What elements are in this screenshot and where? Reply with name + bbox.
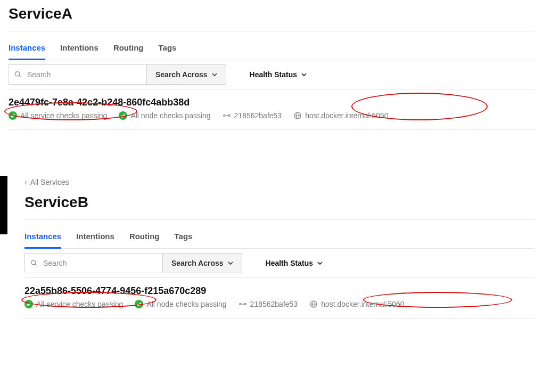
address-text: host.docker.internal:5050 bbox=[305, 111, 388, 120]
tab-routing[interactable]: Routing bbox=[113, 38, 144, 60]
search-icon bbox=[30, 259, 38, 267]
toolbar: Search Across Health Status bbox=[9, 60, 534, 89]
node-icon bbox=[223, 111, 231, 120]
chevron-left-icon: ‹ bbox=[24, 178, 27, 186]
check-icon bbox=[135, 300, 143, 308]
toolbar: Search Across Health Status bbox=[24, 249, 534, 278]
node-icon bbox=[238, 300, 247, 308]
node-checks-text: All node checks passing bbox=[146, 300, 226, 308]
health-status-label: Health Status bbox=[250, 70, 297, 79]
service-checks-status: All service checks passing bbox=[24, 300, 123, 308]
instance-row[interactable]: 2e4479fc-7e8a-42c2-b248-860fc4abb38d All… bbox=[9, 89, 534, 130]
svg-point-2 bbox=[223, 115, 225, 117]
globe-icon bbox=[309, 300, 318, 308]
node-checks-status: All node checks passing bbox=[119, 111, 210, 120]
health-status-dropdown[interactable]: Health Status bbox=[257, 253, 331, 273]
svg-point-11 bbox=[244, 304, 246, 305]
node-checks-status: All node checks passing bbox=[135, 300, 226, 308]
node-name-text: 218562bafe53 bbox=[234, 111, 282, 120]
svg-point-3 bbox=[228, 115, 230, 117]
service-checks-text: All service checks passing bbox=[36, 300, 123, 308]
divider bbox=[9, 31, 534, 31]
instance-meta: All service checks passing All node chec… bbox=[24, 300, 534, 308]
tab-tags[interactable]: Tags bbox=[159, 38, 177, 60]
tabs: Instances Intentions Routing Tags bbox=[9, 38, 534, 60]
back-link-text: All Services bbox=[30, 178, 69, 186]
search-input[interactable] bbox=[26, 70, 141, 79]
instance-id: 22a55b86-5506-4774-9456-f215a670c289 bbox=[24, 285, 534, 297]
health-status-label: Health Status bbox=[266, 259, 313, 267]
tab-instances[interactable]: Instances bbox=[24, 226, 61, 248]
chevron-down-icon bbox=[317, 260, 323, 266]
search-icon bbox=[14, 71, 22, 78]
globe-icon bbox=[293, 111, 302, 120]
service-b-wrap: ‹ All Services ServiceB Instances Intent… bbox=[0, 176, 543, 318]
tab-tags[interactable]: Tags bbox=[175, 226, 193, 248]
node-checks-text: All node checks passing bbox=[130, 111, 210, 120]
service-a-panel: ServiceA Instances Intentions Routing Ta… bbox=[0, 5, 543, 130]
svg-line-9 bbox=[35, 264, 37, 266]
check-icon bbox=[9, 111, 17, 120]
divider bbox=[24, 219, 534, 220]
tab-routing[interactable]: Routing bbox=[129, 226, 160, 248]
tab-instances[interactable]: Instances bbox=[9, 38, 45, 60]
svg-point-0 bbox=[15, 72, 20, 76]
node-name: 218562bafe53 bbox=[238, 300, 298, 308]
search-across-dropdown[interactable]: Search Across bbox=[147, 64, 226, 85]
address-text: host.docker.internal:5060 bbox=[321, 300, 404, 308]
node-name: 218562bafe53 bbox=[223, 111, 282, 120]
chevron-down-icon bbox=[212, 72, 217, 77]
search-across-label: Search Across bbox=[155, 70, 208, 79]
instance-address: host.docker.internal:5060 bbox=[309, 300, 404, 308]
service-checks-status: All service checks passing bbox=[9, 111, 107, 120]
search-box[interactable] bbox=[24, 253, 163, 273]
service-b-panel: ‹ All Services ServiceB Instances Intent… bbox=[24, 176, 543, 318]
tab-intentions[interactable]: Intentions bbox=[76, 226, 114, 248]
search-box[interactable] bbox=[9, 64, 147, 85]
instance-meta: All service checks passing All node chec… bbox=[9, 111, 534, 120]
svg-point-8 bbox=[31, 260, 36, 265]
instance-id: 2e4479fc-7e8a-42c2-b248-860fc4abb38d bbox=[9, 97, 534, 108]
check-icon bbox=[24, 300, 33, 308]
back-link-all-services[interactable]: ‹ All Services bbox=[24, 178, 69, 186]
node-name-text: 218562bafe53 bbox=[250, 300, 298, 308]
health-status-dropdown[interactable]: Health Status bbox=[241, 64, 315, 85]
svg-point-10 bbox=[239, 304, 241, 305]
service-title: ServiceB bbox=[24, 194, 534, 211]
svg-line-1 bbox=[19, 76, 21, 77]
chevron-down-icon bbox=[228, 260, 233, 266]
instance-address: host.docker.internal:5050 bbox=[293, 111, 388, 120]
tabs: Instances Intentions Routing Tags bbox=[24, 226, 534, 249]
search-input[interactable] bbox=[42, 258, 157, 268]
chevron-down-icon bbox=[301, 72, 307, 77]
check-icon bbox=[119, 111, 127, 120]
service-title: ServiceA bbox=[9, 5, 534, 22]
search-across-label: Search Across bbox=[171, 259, 224, 267]
left-bar bbox=[0, 176, 7, 234]
search-across-dropdown[interactable]: Search Across bbox=[163, 253, 242, 273]
instance-row[interactable]: 22a55b86-5506-4774-9456-f215a670c289 All… bbox=[24, 278, 534, 318]
tab-intentions[interactable]: Intentions bbox=[60, 38, 98, 60]
service-checks-text: All service checks passing bbox=[20, 111, 107, 120]
